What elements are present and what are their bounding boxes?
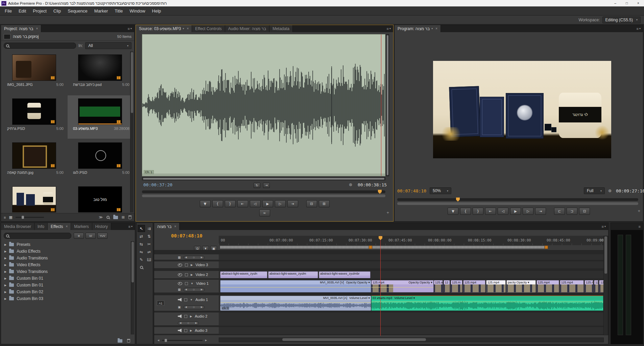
maximize-button[interactable]: □ [621, 0, 633, 6]
button-editor-icon[interactable]: + [638, 208, 640, 213]
in-dropdown[interactable]: All ▾ [85, 42, 132, 49]
toggle-track-output-icon[interactable] [178, 298, 182, 302]
timeline-ruler[interactable]: 0000:07:00:0000:07:15:0000:07:30:0000:07… [219, 236, 604, 246]
rolling-edit-tool-icon[interactable]: ⇅ [145, 233, 153, 240]
clip-mp3-audio[interactable]: 03 ומשפע.mp3Volume:Level ▾ [371, 296, 603, 311]
icon-view-icon[interactable]: ▦ [9, 215, 12, 220]
tab-history[interactable]: History [92, 223, 111, 230]
volume-rubber-band[interactable] [372, 302, 603, 302]
effects-folder-row[interactable]: ▶Video Effects [1, 261, 132, 268]
clip-125-video[interactable]: 125.mp4 [585, 280, 593, 293]
menu-clip[interactable]: Clip [50, 7, 64, 15]
slide-tool-icon[interactable]: ⇌ [145, 248, 153, 255]
add-marker-icon[interactable]: ▼ [200, 200, 211, 207]
timeline-current-timecode[interactable]: 00:07:48:10 [171, 233, 202, 238]
program-video-frame[interactable]: לוי גרוינגר [433, 61, 611, 158]
track-lock-icon[interactable] [184, 298, 187, 301]
tab-media-browser[interactable]: Media Browser [1, 223, 34, 230]
zoom-slider-thumb[interactable] [22, 216, 24, 219]
list-view-icon[interactable]: ≡ [4, 215, 6, 220]
mark-out-icon[interactable]: } [473, 208, 483, 215]
close-icon[interactable]: × [174, 225, 176, 228]
source-assign-badge[interactable]: A1 [157, 301, 164, 306]
track-lock-icon[interactable] [184, 315, 187, 318]
collapse-icon[interactable]: ▶ [190, 329, 192, 332]
new-item-icon[interactable]: ⊞ [122, 215, 125, 220]
add-marker-icon[interactable]: ▼ [448, 208, 458, 215]
lift-icon[interactable]: ⊏ [554, 208, 565, 215]
panel-menu-icon[interactable]: ≡▾ [125, 25, 134, 32]
opacity-rubber-band[interactable] [220, 287, 371, 287]
minimize-button[interactable]: – [610, 0, 621, 6]
expand-icon[interactable]: ▶ [4, 263, 6, 267]
project-item[interactable]: 125.mp42:02:09 [2, 183, 66, 212]
toggle-track-output-icon[interactable] [178, 282, 182, 285]
expand-icon[interactable]: ▶ [4, 270, 6, 273]
collapse-icon[interactable]: ▶ [191, 263, 193, 267]
effects-folder-row[interactable]: ▶Custom Bin 03 [1, 295, 132, 302]
track-content-video3[interactable] [219, 261, 604, 269]
program-scrubber-playhead[interactable] [456, 198, 460, 202]
collapse-icon[interactable]: ▶ [191, 273, 193, 276]
toggle-track-output-icon[interactable] [178, 329, 182, 332]
menu-window[interactable]: Window [126, 7, 148, 15]
clear-icon[interactable] [128, 215, 132, 219]
selection-tool-icon[interactable]: ↖ [138, 225, 145, 232]
clip-125-video[interactable]: 125.a [434, 280, 443, 293]
extract-icon[interactable]: ⊐ [567, 208, 577, 215]
menu-sequence[interactable]: Sequence [64, 7, 91, 15]
effects-folder-row[interactable]: ▶Video Transitions [1, 268, 132, 275]
search-input[interactable] [4, 43, 76, 49]
track-content-mini[interactable] [219, 254, 604, 260]
track-lock-icon[interactable] [185, 273, 188, 276]
clip-125-video[interactable]: 125.mp4 [463, 280, 485, 293]
tab-markers[interactable]: Markers [71, 223, 92, 230]
work-area-bar[interactable] [219, 245, 604, 249]
collapse-icon[interactable]: ▼ [190, 298, 193, 301]
find-icon[interactable] [106, 216, 110, 219]
work-area-handle[interactable] [545, 246, 548, 249]
toggle-track-output-icon[interactable] [178, 263, 182, 267]
settings-wrench-icon[interactable]: ⊛ [608, 188, 612, 193]
display-style-icon[interactable]: ▦ [178, 256, 181, 259]
collapse-icon[interactable]: ▼ [191, 282, 193, 285]
program-scrubber[interactable] [397, 198, 638, 201]
panel-menu-icon[interactable]: ≡▾ [634, 25, 643, 32]
accelerated-effects-icon[interactable]: ⊛ [74, 233, 84, 239]
effects-scrollbar[interactable] [131, 241, 134, 335]
clip-125-video[interactable]: 12 [444, 280, 450, 293]
effects-folder-row[interactable]: ▶Custom Bin 02 [1, 289, 132, 295]
overwrite-icon[interactable]: ⊞ [319, 200, 330, 207]
tab-program[interactable]: Program: בר מצוה ▾ × [395, 25, 441, 32]
track-content-audio1[interactable]: MVI_0035.AVI [A]Volume:Level ▾Ch. 103 ומ… [219, 295, 604, 312]
zoom-tool-icon[interactable] [138, 264, 145, 271]
go-to-out-icon[interactable]: ⇥ [535, 208, 546, 215]
close-icon[interactable]: × [435, 27, 437, 30]
track-lock-icon[interactable] [184, 329, 187, 332]
display-style-icon[interactable]: ▦ [178, 288, 181, 291]
vertical-zoom-bar[interactable] [386, 34, 389, 176]
button-editor-icon[interactable]: + [386, 210, 389, 215]
go-to-in-icon[interactable]: ⇤ [237, 200, 248, 207]
panel-menu-icon[interactable]: ≡▾ [384, 25, 393, 32]
close-icon[interactable]: × [36, 27, 38, 30]
mark-in-icon[interactable]: { [212, 200, 223, 207]
timeline-horizontal-scrollbar[interactable] [219, 338, 604, 342]
project-item[interactable]: כיתוב ונברשת.psd5:00 [68, 51, 130, 95]
volume-rubber-band[interactable] [220, 302, 371, 303]
tab-project[interactable]: Project: בר מצוה × [1, 25, 41, 32]
program-current-timecode[interactable]: 00:07:48:10 [397, 188, 426, 193]
timeline-zoom-control[interactable]: ◄► [157, 339, 208, 342]
expand-icon[interactable]: ▶ [4, 277, 6, 280]
collapse-icon[interactable]: ▶ [190, 315, 192, 318]
rate-stretch-tool-icon[interactable]: ⇆ [138, 240, 145, 248]
toggle-track-output-icon[interactable] [178, 315, 182, 318]
settings-wrench-icon[interactable]: ⊛ [349, 182, 352, 187]
play-icon[interactable]: ▶ [262, 200, 273, 207]
menu-marker[interactable]: Marker [91, 7, 111, 15]
expand-icon[interactable]: ▶ [4, 257, 6, 260]
keyframe-navigator[interactable]: ◀◇▶ [184, 305, 205, 309]
audio-waveform-display[interactable]: Ch. 1 [142, 34, 385, 176]
track-content-audio2[interactable] [219, 313, 604, 326]
effects-folder-row[interactable]: ▶Custom Bin 01 [1, 282, 132, 289]
